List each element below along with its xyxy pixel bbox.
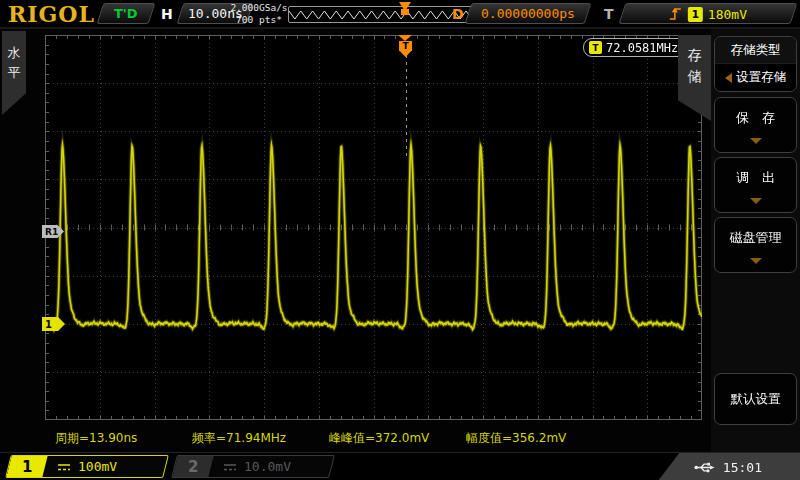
channel2-scale: 10.0mV — [244, 459, 291, 474]
system-status-area: 15:01 — [658, 453, 800, 480]
down-arrow-icon — [750, 138, 762, 144]
trigger-status-badge: T'D — [97, 3, 156, 24]
horizontal-label: H — [161, 6, 173, 22]
menu-item-default-setup[interactable]: 默认设置 — [714, 373, 797, 425]
menu-item-disk-manage[interactable]: 磁盘管理 — [714, 217, 797, 273]
measurement-vpp: 峰峰值=372.0mV — [329, 430, 429, 447]
counter-frequency-value: 72.0581MHz — [606, 41, 678, 55]
trigger-source-badge: 1 — [688, 6, 703, 21]
measurement-period: 周期=13.90ns — [55, 430, 137, 447]
delay-badge: 0.00000000ps — [465, 3, 592, 24]
memory-trigger-arrow-icon — [399, 2, 411, 11]
channel1-number: 1 — [22, 458, 32, 476]
sample-rate-block: 2.000GSa/s 700 pts* — [230, 2, 288, 26]
left-arrow-icon — [725, 73, 732, 83]
channel2-number: 2 — [188, 458, 198, 476]
rigol-logo: RIGOL — [8, 1, 95, 27]
delay-label: D — [452, 6, 464, 22]
sample-rate: 2.000GSa/s — [230, 2, 288, 14]
menu-item-storage-type[interactable]: 存储类型 设置存储 — [714, 36, 797, 92]
trigger-position-arrow-icon — [398, 35, 412, 41]
channel1-scale: 100mV — [78, 459, 117, 474]
oscilloscope-screen: RIGOL T'D H 10.00ns 2.000GSa/s 700 pts* … — [0, 0, 800, 480]
top-status-bar: RIGOL T'D H 10.00ns 2.000GSa/s 700 pts* … — [0, 0, 800, 29]
waveform-area: 水平 R1 1 T T 72.0581MHz 存储 存储类型 设置存储 保 存 — [0, 29, 800, 452]
counter-source-badge: T — [589, 41, 602, 54]
tab-horizontal-menu[interactable]: 水平 — [2, 31, 26, 115]
trigger-status-text: T'D — [114, 6, 138, 21]
menu-item-save[interactable]: 保 存 — [714, 97, 797, 153]
delay-value: 0.00000000ps — [481, 6, 575, 21]
measurement-amplitude: 幅度值=356.2mV — [466, 430, 566, 447]
menu-label-save: 保 存 — [715, 98, 796, 138]
channel1-tab[interactable]: 1 100mV — [5, 455, 169, 478]
menu-value-storage-type: 设置存储 — [736, 69, 786, 86]
trigger-settings-badge: 1 180mV — [619, 3, 798, 24]
measurement-frequency: 频率=71.94MHz — [192, 430, 286, 447]
dc-coupling-icon — [223, 462, 237, 472]
memory-depth: 700 pts* — [230, 14, 288, 26]
down-arrow-icon — [750, 198, 762, 204]
channel2-tab[interactable]: 2 10.0mV — [171, 455, 335, 478]
channel-status-bar: 1 100mV 2 10.0mV — [0, 452, 800, 480]
trigger-level-value: 180mV — [708, 6, 747, 21]
menu-title-storage-type: 存储类型 — [715, 37, 796, 63]
menu-label-disk-manage: 磁盘管理 — [715, 218, 796, 258]
menu-label-recall: 调 出 — [715, 158, 796, 198]
menu-item-recall[interactable]: 调 出 — [714, 157, 797, 213]
rising-edge-icon — [669, 6, 683, 22]
trigger-label: T — [604, 6, 614, 22]
menu-label-default-setup: 默认设置 — [731, 391, 781, 408]
dc-coupling-icon — [57, 462, 71, 472]
usb-icon — [694, 461, 716, 474]
down-arrow-icon — [750, 258, 762, 264]
softkey-menu: 存储类型 设置存储 保 存 调 出 磁盘管理 默认设置 — [711, 29, 800, 452]
waveform-display — [45, 35, 702, 420]
clock: 15:01 — [723, 460, 762, 475]
